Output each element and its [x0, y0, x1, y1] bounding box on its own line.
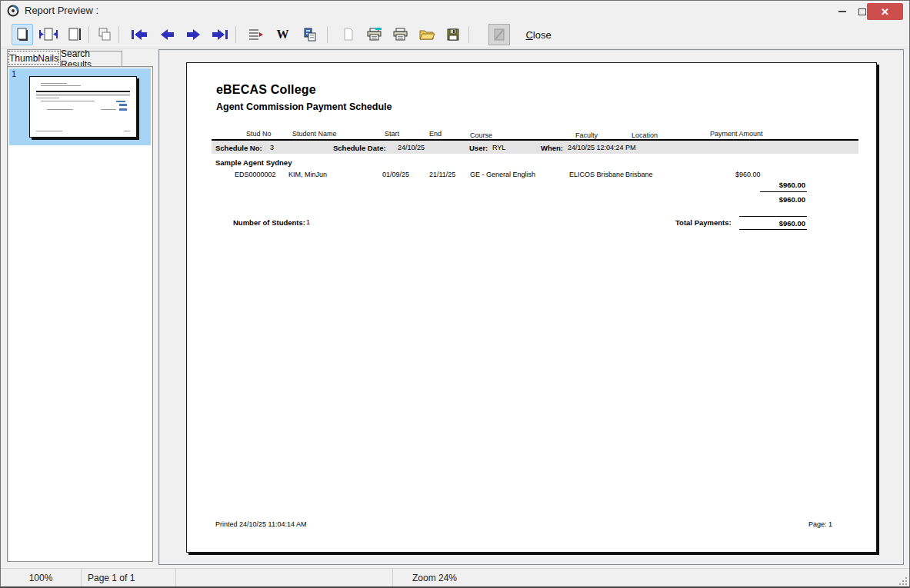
- print-icon: [392, 27, 409, 42]
- preview-area[interactable]: eBECAS College Agent Commission Payment …: [158, 49, 904, 565]
- print-button[interactable]: [390, 24, 412, 45]
- col-faculty: Faculty: [575, 131, 598, 139]
- next-page-icon: [185, 28, 202, 41]
- report-page: eBECAS College Agent Commission Payment …: [186, 62, 877, 553]
- last-page-button[interactable]: [209, 24, 231, 45]
- zoom-level-text: 100%: [29, 573, 53, 583]
- statusbar-page-info: Page 1 of 1: [82, 569, 176, 587]
- report-preview-window: Report Preview : ✕: [0, 0, 910, 588]
- col-end: End: [429, 130, 442, 138]
- app-swirl-icon: [7, 5, 19, 17]
- thumbnail-page-image: [29, 76, 137, 138]
- total-payments-value: $960.00: [779, 219, 805, 228]
- schedule-total: $960.00: [779, 195, 805, 204]
- schedule-no-label: Schedule No:: [215, 144, 262, 152]
- toolbar-separator: [468, 26, 469, 43]
- thumb-line: [36, 91, 130, 92]
- thumb-line: [124, 131, 130, 131]
- total-rule-top: [739, 216, 807, 217]
- image-disabled-icon: [494, 28, 505, 41]
- next-page-button[interactable]: [183, 24, 205, 45]
- page-width-button[interactable]: [38, 24, 59, 45]
- close-button[interactable]: Close: [518, 25, 559, 45]
- tab-search-results[interactable]: Search Results: [61, 51, 122, 66]
- when-value: 24/10/25 12:04:24 PM: [568, 144, 636, 151]
- toolbar: W: [1, 21, 909, 48]
- multiple-pages-button[interactable]: [94, 24, 115, 45]
- thumb-line: [119, 108, 127, 111]
- zoom-text: Zoom 24%: [412, 573, 457, 583]
- thumbnail-item-selected[interactable]: 1: [9, 68, 151, 145]
- close-icon: ✕: [881, 6, 889, 18]
- page-100-icon: [67, 27, 82, 42]
- two-page-view-button[interactable]: [299, 24, 321, 45]
- row-location: Brisbane: [625, 171, 653, 178]
- students-label: Number of Students:: [233, 218, 305, 227]
- two-page-view-icon: [302, 27, 318, 42]
- open-folder-icon: [418, 28, 435, 42]
- schedule-date-label: Schedule Date:: [333, 144, 386, 152]
- thumb-line: [36, 98, 59, 98]
- open-report-button[interactable]: [416, 24, 438, 45]
- multiple-pages-icon: [97, 27, 112, 42]
- image-button-disabled: [488, 24, 510, 45]
- goto-page-icon: [248, 28, 265, 42]
- subtotal-rule: [760, 191, 807, 192]
- row-student-name: KIM, MinJun: [288, 171, 327, 178]
- page-width-icon: [39, 27, 58, 42]
- agent-group-name: Sample Agent Sydney: [215, 158, 292, 167]
- minimize-button[interactable]: [833, 3, 852, 20]
- col-course: Course: [470, 131, 492, 139]
- maximize-icon: [858, 8, 866, 15]
- find-binoculars-icon: W: [277, 28, 288, 42]
- title-bar: Report Preview : ✕: [1, 1, 909, 21]
- first-page-icon: [130, 28, 148, 41]
- report-subtitle: Agent Commission Payment Schedule: [216, 101, 392, 112]
- toolbar-separator: [327, 26, 328, 43]
- first-page-button[interactable]: [128, 24, 150, 45]
- prior-page-icon: [158, 28, 175, 41]
- whole-page-button[interactable]: [12, 24, 33, 45]
- whole-page-icon: [15, 27, 29, 42]
- thumb-line: [41, 101, 95, 101]
- page-info-text: Page 1 of 1: [88, 573, 135, 583]
- col-stud-no: Stud No: [246, 130, 272, 138]
- schedule-no-value: 3: [270, 144, 274, 151]
- tab-thumbnails[interactable]: ThumbNails: [7, 49, 61, 66]
- print-setup-button[interactable]: [364, 24, 385, 45]
- schedule-band: Schedule No: 3 Schedule Date: 24/10/25 U…: [212, 141, 858, 154]
- thumb-line: [36, 94, 130, 96]
- row-faculty: ELICOS Brisbane: [569, 171, 624, 178]
- row-course: GE - General English: [470, 171, 535, 178]
- goto-page-button[interactable]: [245, 24, 267, 45]
- col-student-name: Student Name: [292, 130, 337, 138]
- thumb-line: [47, 109, 73, 110]
- thumb-line: [101, 109, 116, 110]
- row-stud-no: EDS0000002: [235, 171, 276, 178]
- save-report-button[interactable]: [442, 24, 464, 45]
- statusbar-zoom-text: Zoom 24%: [393, 569, 897, 587]
- close-window-button[interactable]: ✕: [867, 3, 903, 20]
- col-start: Start: [385, 130, 399, 138]
- col-location: Location: [632, 131, 658, 139]
- total-payments-label: Total Payments:: [675, 218, 732, 227]
- schedule-date-value: 24/10/25: [398, 144, 425, 151]
- row-payment-amount: $960.00: [735, 171, 761, 178]
- row-end: 21/11/25: [429, 171, 455, 178]
- statusbar-spacer: [176, 569, 393, 587]
- find-button[interactable]: W: [272, 24, 293, 45]
- toolbar-separator: [88, 26, 89, 43]
- prior-page-button[interactable]: [156, 24, 178, 45]
- single-page-button-disabled: [338, 24, 359, 45]
- toolbar-separator: [118, 26, 119, 43]
- page-number-footer: Page: 1: [808, 520, 832, 528]
- user-label: User:: [469, 144, 488, 152]
- thumb-line: [36, 131, 62, 131]
- page-100-button[interactable]: [64, 24, 85, 45]
- last-page-icon: [211, 28, 229, 41]
- thumbnail-panel[interactable]: 1: [7, 66, 153, 562]
- print-setup-icon: [366, 27, 383, 42]
- toolbar-separator: [235, 26, 236, 43]
- minimize-icon: [838, 11, 846, 12]
- resize-grip[interactable]: [899, 577, 907, 585]
